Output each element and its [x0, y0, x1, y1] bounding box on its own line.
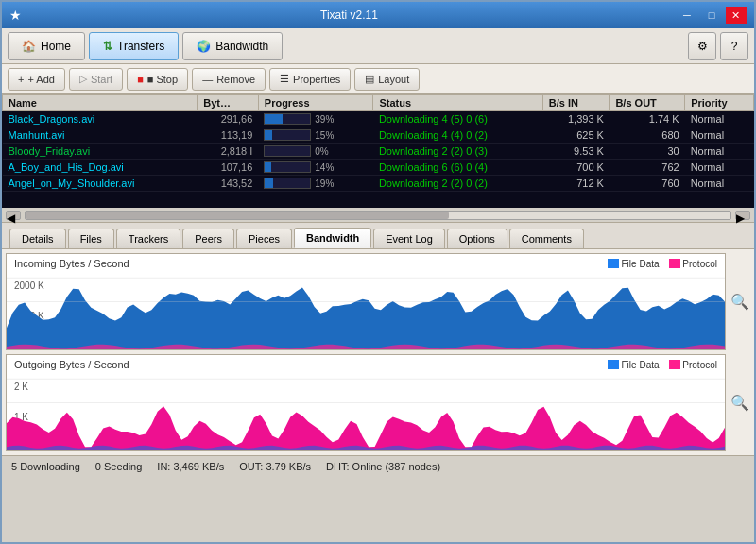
help-button[interactable]: ? [720, 32, 748, 60]
transfers-nav-button[interactable]: ⇅ Transfers [89, 32, 179, 60]
scroll-thumb[interactable] [26, 212, 449, 219]
window-controls: ─ □ ✕ [677, 7, 747, 24]
tab-files[interactable]: Files [68, 229, 114, 248]
tab-comments[interactable]: Comments [509, 229, 584, 248]
cell-bs-in: 700 K [542, 160, 610, 176]
add-icon: + [18, 74, 24, 85]
table-row[interactable]: A_Boy_and_His_Dog.avi 107,16 14% Downloa… [3, 160, 754, 176]
scroll-right-arrow[interactable]: ▶ [735, 211, 750, 220]
cell-bs-in: 625 K [542, 128, 610, 144]
minimize-button[interactable]: ─ [677, 7, 697, 24]
cell-bs-in: 1,393 K [542, 111, 610, 128]
home-label: Home [41, 40, 71, 53]
downloading-count: 5 Downloading [11, 461, 80, 472]
start-button[interactable]: ▷ Start [69, 68, 123, 91]
add-label: + Add [27, 74, 54, 85]
stop-label: ■ Stop [147, 74, 178, 85]
table-row[interactable]: Manhunt.avi 113,19 15% Downloading 4 (4)… [3, 128, 754, 144]
incoming-chart: Incoming Bytes / Second File Data Protoc… [6, 253, 726, 350]
scroll-left-arrow[interactable]: ◀ [6, 211, 21, 220]
stop-icon: ■ [137, 74, 144, 85]
tab-bar: DetailsFilesTrackersPeersPiecesBandwidth… [2, 223, 754, 249]
outgoing-file-legend: File Data [608, 360, 660, 370]
cell-bs-out: 760 [610, 176, 685, 192]
table-row[interactable]: Black_Dragons.avi 291,66 39% Downloading… [3, 111, 754, 128]
zoom-out-icon[interactable]: 🔍 [730, 394, 749, 412]
file-data-dot [608, 259, 619, 268]
cell-progress: 15% [258, 128, 373, 144]
incoming-chart-row: Incoming Bytes / Second File Data Protoc… [6, 253, 750, 350]
horizontal-scrollbar[interactable]: ◀ ▶ [2, 208, 754, 223]
cell-name: A_Boy_and_His_Dog.avi [3, 160, 198, 176]
properties-label: Properties [293, 74, 340, 85]
maximize-button[interactable]: □ [701, 7, 722, 24]
tab-pieces[interactable]: Pieces [236, 229, 292, 248]
cell-status: Downloading 6 (6) 0 (4) [373, 160, 542, 176]
outgoing-protocol-legend: Protocol [669, 360, 717, 370]
add-button[interactable]: + + Add [8, 68, 65, 91]
bandwidth-nav-button[interactable]: 🌍 Bandwidth [182, 32, 283, 60]
zoom-in-icon[interactable]: 🔍 [730, 293, 749, 311]
protocol-dot [669, 259, 680, 268]
incoming-chart-header: Incoming Bytes / Second File Data Protoc… [14, 258, 717, 269]
out-speed: OUT: 3.79 KB/s [239, 461, 311, 472]
incoming-legend: File Data Protocol [608, 259, 717, 269]
navbar: 🏠 Home ⇅ Transfers 🌍 Bandwidth ⚙ ? [2, 28, 754, 64]
cell-progress: 14% [258, 160, 373, 176]
settings-button[interactable]: ⚙ [688, 32, 716, 60]
out-protocol-dot [669, 360, 680, 369]
layout-button[interactable]: ▤ Layout [354, 68, 420, 91]
cell-priority: Normal [685, 111, 754, 128]
cell-bs-in: 712 K [542, 176, 610, 192]
cell-priority: Normal [685, 160, 754, 176]
outgoing-legend: File Data Protocol [608, 360, 717, 370]
table-row[interactable]: Bloody_Friday.avi 2,818 I 0% Downloading… [3, 144, 754, 160]
cell-bs-in: 9.53 K [542, 144, 610, 160]
outgoing-chart: Outgoing Bytes / Second File Data Protoc… [6, 354, 726, 451]
table-body: Black_Dragons.avi 291,66 39% Downloading… [3, 111, 754, 192]
cell-status: Downloading 4 (5) 0 (6) [373, 111, 542, 128]
tab-peers[interactable]: Peers [182, 229, 234, 248]
bandwidth-label: Bandwidth [215, 40, 268, 53]
tab-event-log[interactable]: Event Log [373, 229, 445, 248]
out-file-data-dot [608, 360, 619, 369]
col-priority: Priority [685, 95, 754, 111]
col-bs-out: B/s OUT [610, 95, 685, 111]
cell-bytes: 113,19 [198, 128, 259, 144]
properties-button[interactable]: ☰ Properties [269, 68, 351, 91]
remove-button[interactable]: — Remove [192, 68, 266, 91]
tab-details[interactable]: Details [9, 229, 66, 248]
tab-trackers[interactable]: Trackers [116, 229, 180, 248]
incoming-title: Incoming Bytes / Second [14, 258, 129, 269]
cell-priority: Normal [685, 176, 754, 192]
tab-bandwidth[interactable]: Bandwidth [294, 228, 371, 248]
charts-area: Incoming Bytes / Second File Data Protoc… [2, 249, 754, 455]
in-speed: IN: 3,469 KB/s [157, 461, 224, 472]
incoming-file-legend: File Data [608, 259, 660, 269]
table-row[interactable]: Angel_on_My_Shoulder.avi 143,52 19% Down… [3, 176, 754, 192]
statusbar: 5 Downloading 0 Seeding IN: 3,469 KB/s O… [2, 455, 754, 476]
home-nav-button[interactable]: 🏠 Home [8, 32, 85, 60]
incoming-zoom[interactable]: 🔍 [730, 253, 750, 350]
transfers-icon: ⇅ [103, 40, 112, 53]
tab-options[interactable]: Options [447, 229, 507, 248]
settings-icon: ⚙ [697, 40, 708, 53]
cell-status: Downloading 2 (2) 0 (3) [373, 144, 542, 160]
close-button[interactable]: ✕ [726, 7, 747, 24]
transfers-label: Transfers [117, 40, 164, 53]
cell-progress: 19% [258, 176, 373, 192]
table-header: Name Byt… Progress Status B/s IN B/s OUT… [3, 95, 754, 111]
scroll-track[interactable] [25, 211, 731, 220]
stop-button[interactable]: ■ ■ Stop [127, 68, 188, 91]
cell-bs-out: 762 [610, 160, 685, 176]
layout-label: Layout [378, 74, 409, 85]
cell-progress: 0% [258, 144, 373, 160]
cell-name: Bloody_Friday.avi [3, 144, 198, 160]
incoming-protocol-legend: Protocol [669, 259, 717, 269]
col-status: Status [373, 95, 542, 111]
col-bs-in: B/s IN [542, 95, 610, 111]
file-table: Name Byt… Progress Status B/s IN B/s OUT… [2, 94, 754, 192]
outgoing-zoom[interactable]: 🔍 [730, 354, 750, 451]
cell-bytes: 107,16 [198, 160, 259, 176]
seeding-count: 0 Seeding [95, 461, 143, 472]
